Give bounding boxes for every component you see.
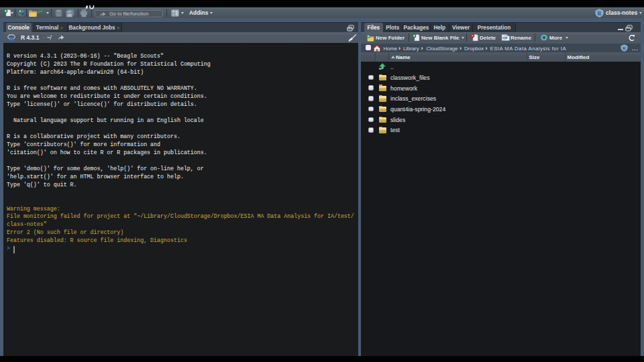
svg-text:R: R <box>9 35 14 40</box>
svg-text:R: R <box>598 11 602 17</box>
svg-text:R: R <box>623 46 626 50</box>
